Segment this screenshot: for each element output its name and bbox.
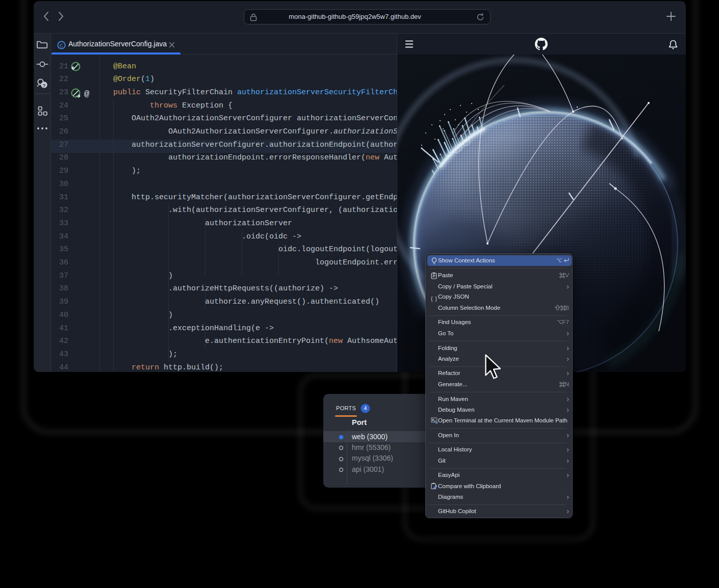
svg-text:C: C <box>60 42 63 49</box>
svg-text:?: ? <box>43 83 46 88</box>
svg-text:4: 4 <box>364 405 367 411</box>
svg-text:@: @ <box>84 89 89 99</box>
